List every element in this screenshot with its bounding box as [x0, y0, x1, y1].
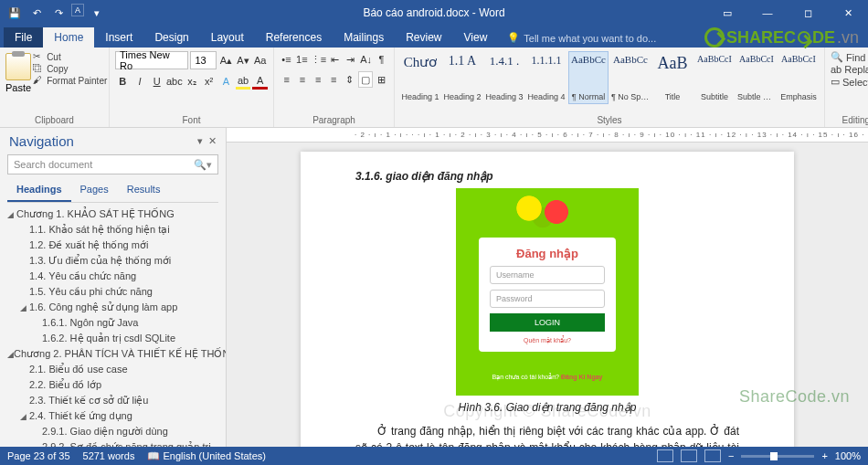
- text-effects-icon[interactable]: A: [218, 73, 234, 90]
- print-layout-icon[interactable]: [681, 449, 697, 462]
- bullets-icon[interactable]: •≡: [280, 51, 293, 68]
- tree-item[interactable]: 2.9.2. Sơ đồ chức năng trang quản trị: [0, 439, 226, 447]
- tree-item[interactable]: 1.3. Ưu điểm của hệ thống mới: [0, 253, 226, 269]
- tree-item[interactable]: ◢2.4. Thiết kế ứng dụng: [0, 408, 226, 424]
- tree-item[interactable]: ◢Chương 2. PHÂN TÍCH VÀ THIẾT KẾ HỆ THỐN…: [0, 346, 226, 362]
- zoom-out-icon[interactable]: −: [728, 450, 734, 461]
- nav-tab-results[interactable]: Results: [118, 178, 170, 202]
- tree-item[interactable]: ◢Chương 1. KHẢO SÁT HỆ THỐNG: [0, 206, 226, 222]
- shading-icon[interactable]: ▢: [358, 71, 373, 88]
- tell-me-search[interactable]: 💡Tell me what you want to do...: [507, 32, 656, 48]
- show-marks-icon[interactable]: ¶: [375, 51, 388, 68]
- subscript-button[interactable]: x₂: [185, 73, 200, 90]
- zoom-level[interactable]: 100%: [835, 450, 861, 461]
- redo-icon[interactable]: ↷: [49, 4, 68, 22]
- style-item[interactable]: 1.4.1 .Heading 3: [484, 51, 524, 104]
- line-spacing-icon[interactable]: ⇕: [343, 71, 356, 88]
- tree-item[interactable]: 1.2. Đề xuất hệ thống mới: [0, 238, 226, 253]
- tree-item[interactable]: 2.1. Biểu đồ use case: [0, 362, 226, 377]
- undo-icon[interactable]: ↶: [27, 4, 46, 22]
- style-item[interactable]: AaBTitle: [652, 51, 693, 104]
- nav-dropdown-icon[interactable]: ▾: [197, 135, 203, 147]
- tree-item[interactable]: 1.5. Yêu cầu phi chức năng: [0, 284, 226, 300]
- change-case-icon[interactable]: Aa: [252, 52, 268, 69]
- tab-mailings[interactable]: Mailings: [333, 27, 395, 48]
- sort-icon[interactable]: A↓: [359, 51, 373, 68]
- nav-tab-pages[interactable]: Pages: [71, 178, 118, 202]
- style-item[interactable]: ChươHeading 1: [400, 51, 440, 104]
- nav-tab-headings[interactable]: Headings: [7, 178, 71, 202]
- qat-customize-icon[interactable]: A: [71, 4, 84, 16]
- tree-item[interactable]: 1.1. Khảo sát hệ thống hiện tại: [0, 222, 226, 238]
- copy-button[interactable]: ⿻Copy: [33, 63, 107, 74]
- style-item[interactable]: AaBbCcISubtitle: [694, 51, 735, 104]
- paste-button[interactable]: Paste: [5, 49, 31, 93]
- tree-item[interactable]: ◢1.6. Công nghệ sử dụng làm app: [0, 300, 226, 315]
- underline-button[interactable]: U: [149, 73, 164, 90]
- tree-item[interactable]: 1.6.2. Hệ quản trị csdl SQLite: [0, 331, 226, 346]
- tab-references[interactable]: References: [255, 27, 333, 48]
- italic-button[interactable]: I: [132, 73, 148, 90]
- maximize-icon[interactable]: ◻: [788, 0, 828, 26]
- tab-home[interactable]: Home: [43, 27, 94, 48]
- select-button[interactable]: ▭Select: [831, 76, 868, 88]
- tree-item[interactable]: 1.4. Yêu cầu chức năng: [0, 269, 226, 284]
- tab-view[interactable]: View: [453, 27, 499, 48]
- align-right-icon[interactable]: ≡: [311, 71, 324, 88]
- cut-button[interactable]: ✂Cut: [33, 51, 107, 62]
- grow-font-icon[interactable]: A▴: [218, 52, 234, 69]
- decrease-indent-icon[interactable]: ⇤: [328, 51, 342, 68]
- bold-button[interactable]: B: [115, 73, 131, 90]
- tab-insert[interactable]: Insert: [94, 27, 143, 48]
- shrink-font-icon[interactable]: A▾: [236, 52, 251, 69]
- zoom-slider[interactable]: [741, 455, 814, 458]
- style-item[interactable]: AaBbCcIEmphasis: [778, 51, 819, 104]
- style-item[interactable]: AaBbCcISubtle Em...: [736, 51, 777, 104]
- numbering-icon[interactable]: 1≡: [295, 51, 309, 68]
- strike-button[interactable]: abc: [166, 73, 183, 90]
- superscript-button[interactable]: x²: [201, 73, 217, 90]
- save-icon[interactable]: 💾: [5, 4, 24, 22]
- tree-item[interactable]: 1.6.1. Ngôn ngữ Java: [0, 315, 226, 331]
- styles-gallery[interactable]: ChươHeading 11.1 AHeading 21.4.1 .Headin…: [400, 49, 819, 113]
- close-icon[interactable]: ✕: [828, 0, 868, 26]
- borders-icon[interactable]: ⊞: [375, 71, 388, 88]
- tree-item[interactable]: 2.2. Biểu đồ lớp: [0, 377, 226, 393]
- find-button[interactable]: 🔍Find: [831, 51, 868, 63]
- ribbon-options-icon[interactable]: ▭: [707, 0, 747, 26]
- page[interactable]: 3.1.6. giao diện đăng nhập Đăng nhập Use…: [301, 152, 794, 447]
- font-name-combo[interactable]: Times New Ro: [115, 51, 188, 69]
- tab-review[interactable]: Review: [395, 27, 452, 48]
- align-center-icon[interactable]: ≡: [295, 71, 309, 88]
- tab-layout[interactable]: Layout: [200, 27, 255, 48]
- tree-item[interactable]: 2.3. Thiết kế cơ sở dữ liệu: [0, 393, 226, 408]
- highlight-icon[interactable]: ab: [236, 73, 251, 90]
- font-size-combo[interactable]: 13: [190, 51, 217, 69]
- style-item[interactable]: AaBbCc¶ Normal: [568, 51, 609, 104]
- font-color-icon[interactable]: A: [252, 73, 268, 90]
- style-item[interactable]: 1.1 AHeading 2: [442, 51, 482, 104]
- ruler[interactable]: · 2 · ı · 1 · ı · · · ı · 1 · ı · 2 · ı …: [227, 128, 868, 143]
- replace-button[interactable]: abReplace: [831, 64, 868, 75]
- search-input[interactable]: Search document 🔍▾: [7, 154, 218, 174]
- style-item[interactable]: AaBbCc¶ No Spac...: [610, 51, 651, 104]
- justify-icon[interactable]: ≡: [327, 71, 341, 88]
- read-mode-icon[interactable]: [657, 449, 673, 462]
- minimize-icon[interactable]: —: [747, 0, 788, 26]
- web-layout-icon[interactable]: [704, 449, 721, 462]
- nav-close-icon[interactable]: ✕: [208, 135, 217, 147]
- zoom-in-icon[interactable]: +: [821, 450, 827, 461]
- increase-indent-icon[interactable]: ⇥: [344, 51, 357, 68]
- format-painter-button[interactable]: 🖌Format Painter: [33, 75, 107, 86]
- status-words[interactable]: 5271 words: [83, 450, 135, 462]
- brush-icon: 🖌: [33, 75, 44, 86]
- align-left-icon[interactable]: ≡: [280, 71, 293, 88]
- tab-design[interactable]: Design: [143, 27, 199, 48]
- style-item[interactable]: 1.1.1.1Heading 4: [526, 51, 566, 104]
- tab-file[interactable]: File: [4, 27, 43, 48]
- status-page[interactable]: Page 23 of 35: [7, 450, 70, 462]
- tree-item[interactable]: 2.9.1. Giao diện người dùng: [0, 424, 226, 439]
- status-lang[interactable]: 📖 English (United States): [147, 450, 266, 462]
- multilevel-icon[interactable]: ⋮≡: [311, 51, 326, 68]
- qat-dropdown-icon[interactable]: ▾: [88, 4, 106, 22]
